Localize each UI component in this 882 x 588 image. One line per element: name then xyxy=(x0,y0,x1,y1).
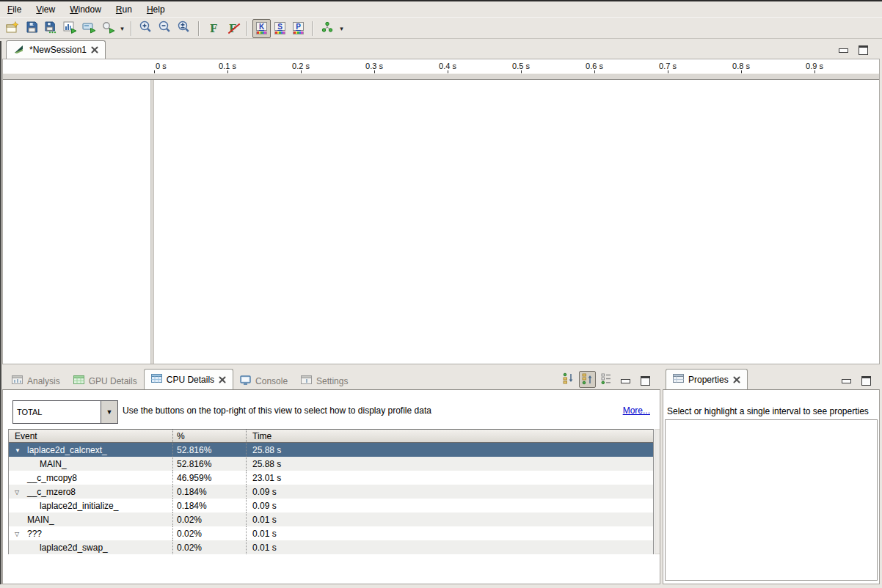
ruler-tick xyxy=(814,70,815,73)
toolbar-separator xyxy=(312,21,313,36)
settings-tab-icon xyxy=(301,375,312,386)
analysis-tree-button[interactable] xyxy=(318,19,337,38)
percent-cell: 0.02% xyxy=(172,540,246,554)
session-icon xyxy=(13,44,25,56)
run-analysis-button[interactable] xyxy=(79,19,98,38)
menu-help[interactable]: Help xyxy=(145,3,172,16)
generate-timeline-button[interactable] xyxy=(60,19,79,38)
minimize-icon[interactable] xyxy=(839,48,848,53)
clear-markers-button[interactable]: F xyxy=(223,19,242,38)
tab-settings[interactable]: Settings xyxy=(294,372,354,389)
table-row[interactable]: __c_mcopy8 46.959% 23.01 s xyxy=(9,471,653,485)
stream-coloring-button[interactable]: S xyxy=(271,19,289,38)
menu-bar: File View Window Run Help xyxy=(0,1,882,18)
column-header-percent[interactable]: % xyxy=(172,430,246,442)
tab-analysis[interactable]: Analysis xyxy=(5,372,67,389)
tab-label: CPU Details xyxy=(167,375,214,385)
timeline-ruler[interactable]: 0 s 0.1 s 0.2 s 0.3 s 0.4 s 0.5 s 0.6 s … xyxy=(3,59,879,73)
ruler-tick-label: 0.1 s xyxy=(219,62,236,70)
table-scrollbar[interactable] xyxy=(655,429,660,554)
expander-icon[interactable]: ▽ xyxy=(15,488,19,495)
minimize-icon[interactable] xyxy=(842,379,851,383)
table-row[interactable]: MAIN_ 52.816% 25.88 s xyxy=(9,457,653,471)
close-icon[interactable] xyxy=(733,376,740,383)
bottom-up-view-button[interactable] xyxy=(579,371,596,388)
save-as-icon xyxy=(44,21,57,36)
session-tab[interactable]: *NewSession1 xyxy=(6,40,106,59)
cpu-details-tab-icon xyxy=(151,374,162,385)
column-header-time[interactable]: Time xyxy=(246,430,653,442)
timeline-canvas[interactable] xyxy=(154,80,879,364)
profile-search-button[interactable] xyxy=(98,19,117,38)
minimize-icon[interactable] xyxy=(621,379,630,383)
menu-view[interactable]: View xyxy=(34,3,62,16)
properties-hint-text: Select or highlight a single interval to… xyxy=(667,406,869,416)
profile-scope-combo[interactable]: TOTAL ▼ xyxy=(12,400,118,424)
ruler-tick xyxy=(448,70,448,73)
tab-cpu-details[interactable]: CPU Details xyxy=(144,369,233,389)
tab-console[interactable]: Console xyxy=(233,372,294,389)
window-left-border xyxy=(0,41,1,584)
percent-cell: 0.02% xyxy=(172,512,246,526)
maximize-icon[interactable] xyxy=(859,45,868,55)
timeline-editor: 0 s 0.1 s 0.2 s 0.3 s 0.4 s 0.5 s 0.6 s … xyxy=(2,59,880,364)
close-icon[interactable] xyxy=(91,46,98,54)
zoom-in-icon xyxy=(139,21,153,36)
zoom-in-button[interactable] xyxy=(136,19,156,38)
table-row[interactable]: laplace2d_initialize_ 0.184% 0.09 s xyxy=(9,499,653,512)
flat-view-button[interactable] xyxy=(598,371,615,388)
tab-properties[interactable]: Properties xyxy=(666,369,748,389)
dropdown-caret-icon: ▾ xyxy=(120,25,124,32)
zoom-out-icon xyxy=(158,21,172,36)
main-toolbar: ▾ F F K S P ▾ xyxy=(0,18,882,39)
table-row[interactable]: ▽ ??? 0.02% 0.01 s xyxy=(9,526,653,540)
table-row[interactable]: MAIN_ 0.02% 0.01 s xyxy=(9,512,653,526)
tab-label: Console xyxy=(255,376,288,386)
expander-icon[interactable]: ▽ xyxy=(15,530,19,537)
tab-label: GPU Details xyxy=(89,376,137,386)
close-icon[interactable] xyxy=(219,376,226,383)
process-coloring-button[interactable]: P xyxy=(289,19,307,38)
column-header-event[interactable]: Event xyxy=(9,430,172,442)
editor-minmax xyxy=(839,45,868,55)
ruler-tick xyxy=(668,70,668,73)
tree-view-button[interactable] xyxy=(560,371,577,388)
event-cell: MAIN_ xyxy=(40,459,67,469)
clear-marker-icon: F xyxy=(229,23,236,34)
maximize-icon[interactable] xyxy=(861,376,871,386)
add-marker-button[interactable]: F xyxy=(204,19,223,38)
view-hint-text: Use the buttons on the top-right of this… xyxy=(123,405,431,416)
time-cell: 0.01 s xyxy=(246,540,653,554)
cpu-view-minmax xyxy=(621,376,650,386)
stream-letter-icon: S xyxy=(274,22,285,31)
ruler-tick-label: 0.5 s xyxy=(512,62,530,70)
analysis-tree-dropdown[interactable]: ▾ xyxy=(337,19,346,38)
tab-gpu-details[interactable]: GPU Details xyxy=(67,372,144,389)
zoom-out-button[interactable] xyxy=(156,19,175,38)
rainbow-strip-icon xyxy=(274,32,285,34)
combo-value: TOTAL xyxy=(13,401,101,423)
menu-window[interactable]: Window xyxy=(68,3,109,16)
expander-icon[interactable]: ▼ xyxy=(15,446,21,453)
process-letter-icon: P xyxy=(293,22,304,31)
profile-search-dropdown[interactable]: ▾ xyxy=(117,19,126,38)
maximize-icon[interactable] xyxy=(641,376,650,386)
more-link[interactable]: More... xyxy=(623,405,650,416)
cpu-view-toolbar xyxy=(560,371,615,388)
save-as-button[interactable] xyxy=(41,19,60,38)
table-row[interactable]: ▽ __c_mzero8 0.184% 0.09 s xyxy=(9,485,653,499)
menu-run[interactable]: Run xyxy=(114,3,139,16)
zoom-fit-button[interactable] xyxy=(175,19,194,38)
ruler-bar xyxy=(3,73,879,80)
magnifier-run-icon xyxy=(101,21,115,36)
save-button[interactable] xyxy=(22,19,41,38)
menu-file[interactable]: File xyxy=(6,3,29,16)
timeline-row-labels-pane[interactable] xyxy=(3,80,150,364)
kernel-coloring-button[interactable]: K xyxy=(252,19,271,38)
table-header[interactable]: Event % Time xyxy=(9,429,653,443)
table-row[interactable]: ▼ laplace2d_calcnext_ 52.816% 25.88 s xyxy=(9,443,653,457)
combo-dropdown-button[interactable]: ▼ xyxy=(101,401,117,423)
ruler-tick xyxy=(521,70,522,73)
table-row[interactable]: laplace2d_swap_ 0.02% 0.01 s xyxy=(9,540,653,554)
new-session-button[interactable] xyxy=(3,19,22,38)
